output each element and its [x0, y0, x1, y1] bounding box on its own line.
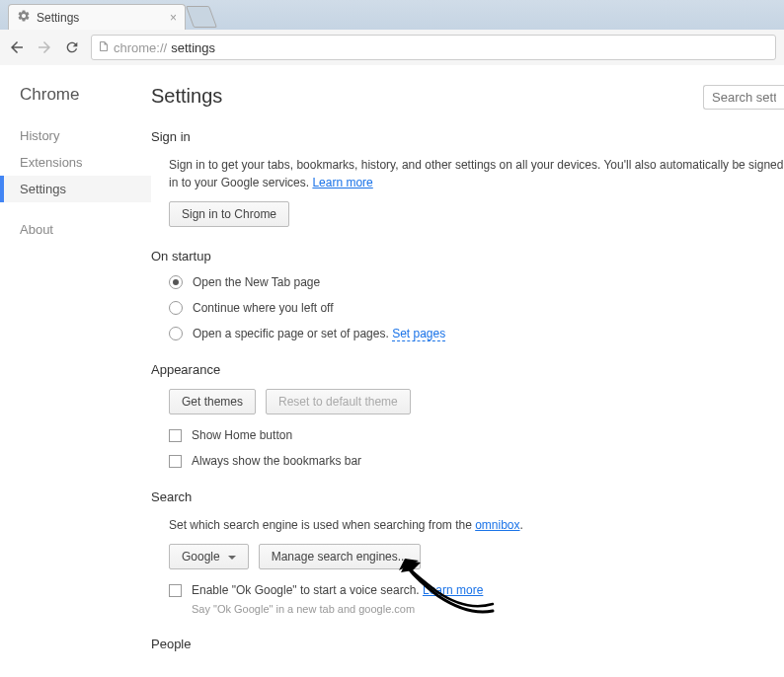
show-home-checkbox[interactable]: Show Home button — [169, 428, 784, 442]
set-pages-link[interactable]: Set pages — [392, 327, 445, 341]
signin-button[interactable]: Sign in to Chrome — [169, 201, 289, 227]
checkbox-icon — [169, 455, 182, 468]
back-button[interactable] — [8, 38, 26, 56]
tab-title: Settings — [37, 11, 79, 25]
startup-option-newtab[interactable]: Open the New Tab page — [169, 275, 784, 289]
section-people: People — [151, 637, 784, 651]
tab-settings[interactable]: Settings × — [8, 4, 186, 30]
radio-icon — [169, 301, 183, 315]
startup-title: On startup — [151, 249, 784, 263]
reload-button[interactable] — [63, 38, 81, 56]
nav-bar: chrome://settings — [0, 30, 784, 65]
url-path: settings — [171, 40, 215, 55]
forward-button[interactable] — [36, 38, 53, 56]
signin-learn-more-link[interactable]: Learn more — [312, 176, 372, 189]
section-startup: On startup Open the New Tab page Continu… — [151, 249, 784, 340]
sidebar-item-extensions[interactable]: Extensions — [0, 149, 151, 176]
startup-option-specific[interactable]: Open a specific page or set of pages. Se… — [169, 327, 784, 340]
search-title: Search — [151, 489, 784, 504]
sidebar-title: Chrome — [0, 85, 151, 105]
ok-google-checkbox[interactable]: Enable "Ok Google" to start a voice sear… — [169, 583, 784, 597]
browser-chrome: Settings × chrome://settings — [0, 0, 784, 65]
url-prefix: chrome:// — [114, 40, 167, 55]
omnibox-link[interactable]: omnibox — [475, 518, 519, 532]
signin-title: Sign in — [151, 129, 784, 144]
ok-google-learn-more-link[interactable]: Learn more — [423, 583, 483, 597]
section-signin: Sign in Sign in to get your tabs, bookma… — [151, 129, 784, 227]
show-bookmarks-checkbox[interactable]: Always show the bookmarks bar — [169, 454, 784, 468]
sidebar-item-settings[interactable]: Settings — [0, 176, 151, 202]
signin-text: Sign in to get your tabs, bookmarks, his… — [169, 156, 784, 191]
radio-icon — [169, 275, 183, 289]
new-tab-button[interactable] — [186, 6, 217, 28]
reset-theme-button[interactable]: Reset to default theme — [266, 389, 411, 414]
page-icon — [98, 39, 110, 56]
search-engine-dropdown[interactable]: Google — [169, 544, 249, 569]
sidebar-item-about[interactable]: About — [0, 216, 151, 243]
search-text: Set which search engine is used when sea… — [169, 516, 784, 534]
url-bar[interactable]: chrome://settings — [91, 35, 776, 60]
sidebar: Chrome History Extensions Settings About — [0, 65, 151, 677]
section-appearance: Appearance Get themes Reset to default t… — [151, 362, 784, 468]
main-content: Settings Sign in Sign in to get your tab… — [151, 65, 784, 677]
radio-icon — [169, 327, 183, 340]
ok-google-hint: Say "Ok Google" in a new tab and google.… — [192, 603, 784, 615]
search-input[interactable] — [703, 85, 784, 110]
section-search: Search Set which search engine is used w… — [151, 489, 784, 615]
appearance-title: Appearance — [151, 362, 784, 377]
page-title: Settings — [151, 85, 784, 108]
sidebar-item-history[interactable]: History — [0, 122, 151, 149]
checkbox-icon — [169, 429, 182, 442]
tab-bar: Settings × — [0, 0, 784, 30]
close-icon[interactable]: × — [170, 11, 177, 25]
people-title: People — [151, 637, 784, 651]
startup-option-continue[interactable]: Continue where you left off — [169, 301, 784, 315]
gear-icon — [17, 9, 31, 26]
checkbox-icon — [169, 584, 182, 597]
manage-search-engines-button[interactable]: Manage search engines... — [259, 544, 421, 569]
get-themes-button[interactable]: Get themes — [169, 389, 256, 414]
